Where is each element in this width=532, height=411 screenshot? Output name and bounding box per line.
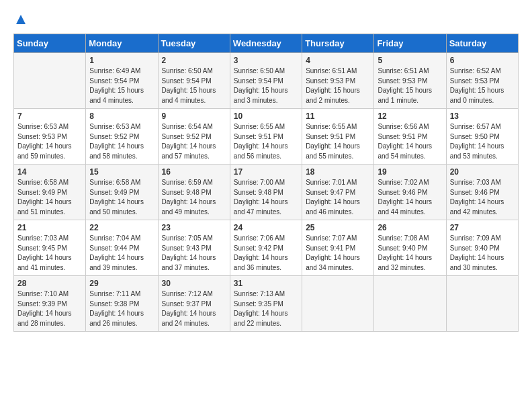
day-number: 29 [89, 279, 154, 288]
cell-info: Sunrise: 7:07 AMSunset: 9:41 PMDaylight:… [306, 234, 370, 273]
cell-info: Sunrise: 7:08 AMSunset: 9:40 PMDaylight:… [378, 234, 442, 273]
day-number: 6 [450, 56, 515, 65]
cell-info: Sunrise: 7:03 AMSunset: 9:45 PMDaylight:… [17, 234, 82, 273]
day-number: 15 [89, 167, 154, 177]
day-number: 13 [450, 111, 515, 121]
cell-info: Sunrise: 6:58 AMSunset: 9:49 PMDaylight:… [17, 178, 82, 217]
day-number: 7 [17, 111, 82, 121]
cell-info: Sunrise: 6:50 AMSunset: 9:54 PMDaylight:… [234, 66, 298, 105]
calendar-cell: 19Sunrise: 7:02 AMSunset: 9:46 PMDayligh… [374, 165, 446, 220]
calendar-cell: 15Sunrise: 6:58 AMSunset: 9:49 PMDayligh… [86, 165, 158, 220]
cell-info: Sunrise: 6:53 AMSunset: 9:52 PMDaylight:… [89, 122, 154, 161]
day-number: 17 [234, 167, 298, 177]
day-number: 30 [162, 279, 226, 288]
day-number: 8 [89, 111, 154, 121]
calendar-cell: 21Sunrise: 7:03 AMSunset: 9:45 PMDayligh… [14, 220, 86, 276]
day-number: 9 [162, 111, 226, 121]
cell-info: Sunrise: 7:12 AMSunset: 9:37 PMDaylight:… [162, 289, 226, 328]
week-row-5: 28Sunrise: 7:10 AMSunset: 9:39 PMDayligh… [14, 276, 519, 332]
calendar-cell: 24Sunrise: 7:06 AMSunset: 9:42 PMDayligh… [230, 220, 302, 276]
day-number: 11 [306, 111, 370, 121]
header-cell-monday: Monday [86, 34, 158, 53]
calendar-cell [446, 276, 518, 332]
header-cell-sunday: Sunday [14, 34, 86, 53]
day-number: 18 [306, 167, 370, 177]
calendar-cell: 23Sunrise: 7:05 AMSunset: 9:43 PMDayligh… [158, 220, 230, 276]
day-number: 24 [234, 223, 298, 232]
day-number: 20 [450, 167, 515, 177]
cell-info: Sunrise: 7:11 AMSunset: 9:38 PMDaylight:… [89, 289, 154, 328]
calendar-table: SundayMondayTuesdayWednesdayThursdayFrid… [13, 34, 519, 332]
calendar-cell [302, 276, 374, 332]
week-row-1: 1Sunrise: 6:49 AMSunset: 9:54 PMDaylight… [14, 53, 519, 109]
day-number: 23 [162, 223, 226, 232]
cell-info: Sunrise: 7:00 AMSunset: 9:48 PMDaylight:… [234, 178, 298, 217]
day-number: 12 [378, 111, 442, 121]
cell-info: Sunrise: 7:06 AMSunset: 9:42 PMDaylight:… [234, 234, 298, 273]
cell-info: Sunrise: 7:04 AMSunset: 9:44 PMDaylight:… [89, 234, 154, 273]
cell-info: Sunrise: 7:09 AMSunset: 9:40 PMDaylight:… [450, 234, 515, 273]
calendar-cell: 1Sunrise: 6:49 AMSunset: 9:54 PMDaylight… [86, 53, 158, 109]
week-row-4: 21Sunrise: 7:03 AMSunset: 9:45 PMDayligh… [14, 220, 519, 276]
calendar-cell: 17Sunrise: 7:00 AMSunset: 9:48 PMDayligh… [230, 165, 302, 220]
calendar-cell: 31Sunrise: 7:13 AMSunset: 9:35 PMDayligh… [230, 276, 302, 332]
day-number: 1 [89, 56, 154, 65]
calendar-cell: 20Sunrise: 7:03 AMSunset: 9:46 PMDayligh… [446, 165, 518, 220]
calendar-cell: 7Sunrise: 6:53 AMSunset: 9:53 PMDaylight… [14, 109, 86, 165]
calendar-cell [374, 276, 446, 332]
calendar-cell: 28Sunrise: 7:10 AMSunset: 9:39 PMDayligh… [14, 276, 86, 332]
cell-info: Sunrise: 7:05 AMSunset: 9:43 PMDaylight:… [162, 234, 226, 273]
calendar-cell: 3Sunrise: 6:50 AMSunset: 9:54 PMDaylight… [230, 53, 302, 109]
calendar-cell: 5Sunrise: 6:51 AMSunset: 9:53 PMDaylight… [374, 53, 446, 109]
day-number: 19 [378, 167, 442, 177]
cell-info: Sunrise: 6:52 AMSunset: 9:53 PMDaylight:… [450, 66, 515, 105]
cell-info: Sunrise: 6:53 AMSunset: 9:53 PMDaylight:… [17, 122, 82, 161]
cell-info: Sunrise: 6:58 AMSunset: 9:49 PMDaylight:… [89, 178, 154, 217]
calendar-cell: 6Sunrise: 6:52 AMSunset: 9:53 PMDaylight… [446, 53, 518, 109]
header-cell-saturday: Saturday [446, 34, 518, 53]
cell-info: Sunrise: 7:10 AMSunset: 9:39 PMDaylight:… [17, 289, 82, 328]
logo-icon [15, 13, 27, 26]
calendar-cell: 14Sunrise: 6:58 AMSunset: 9:49 PMDayligh… [14, 165, 86, 220]
day-number: 5 [378, 56, 442, 65]
calendar-cell: 11Sunrise: 6:55 AMSunset: 9:51 PMDayligh… [302, 109, 374, 165]
header-cell-friday: Friday [374, 34, 446, 53]
day-number: 10 [234, 111, 298, 121]
cell-info: Sunrise: 6:51 AMSunset: 9:53 PMDaylight:… [378, 66, 442, 105]
cell-info: Sunrise: 7:01 AMSunset: 9:47 PMDaylight:… [306, 178, 370, 217]
calendar-cell: 18Sunrise: 7:01 AMSunset: 9:47 PMDayligh… [302, 165, 374, 220]
calendar-cell: 30Sunrise: 7:12 AMSunset: 9:37 PMDayligh… [158, 276, 230, 332]
day-number: 22 [89, 223, 154, 232]
calendar-cell: 22Sunrise: 7:04 AMSunset: 9:44 PMDayligh… [86, 220, 158, 276]
header-row: SundayMondayTuesdayWednesdayThursdayFrid… [14, 34, 519, 53]
day-number: 4 [306, 56, 370, 65]
calendar-cell: 4Sunrise: 6:51 AMSunset: 9:53 PMDaylight… [302, 53, 374, 109]
calendar-cell: 9Sunrise: 6:54 AMSunset: 9:52 PMDaylight… [158, 109, 230, 165]
cell-info: Sunrise: 6:54 AMSunset: 9:52 PMDaylight:… [162, 122, 226, 161]
header [13, 13, 519, 28]
day-number: 31 [234, 279, 298, 288]
calendar-cell: 12Sunrise: 6:56 AMSunset: 9:51 PMDayligh… [374, 109, 446, 165]
week-row-2: 7Sunrise: 6:53 AMSunset: 9:53 PMDaylight… [14, 109, 519, 165]
cell-info: Sunrise: 7:02 AMSunset: 9:46 PMDaylight:… [378, 178, 442, 217]
cell-info: Sunrise: 7:13 AMSunset: 9:35 PMDaylight:… [234, 289, 298, 328]
cell-info: Sunrise: 6:51 AMSunset: 9:53 PMDaylight:… [306, 66, 370, 105]
day-number: 28 [17, 279, 82, 288]
day-number: 3 [234, 56, 298, 65]
calendar-cell: 10Sunrise: 6:55 AMSunset: 9:51 PMDayligh… [230, 109, 302, 165]
day-number: 26 [378, 223, 442, 232]
cell-info: Sunrise: 6:59 AMSunset: 9:48 PMDaylight:… [162, 178, 226, 217]
header-cell-thursday: Thursday [302, 34, 374, 53]
cell-info: Sunrise: 7:03 AMSunset: 9:46 PMDaylight:… [450, 178, 515, 217]
day-number: 27 [450, 223, 515, 232]
cell-info: Sunrise: 6:55 AMSunset: 9:51 PMDaylight:… [306, 122, 370, 161]
cell-info: Sunrise: 6:57 AMSunset: 9:50 PMDaylight:… [450, 122, 515, 161]
cell-info: Sunrise: 6:50 AMSunset: 9:54 PMDaylight:… [162, 66, 226, 105]
cell-info: Sunrise: 6:49 AMSunset: 9:54 PMDaylight:… [89, 66, 154, 105]
header-cell-wednesday: Wednesday [230, 34, 302, 53]
calendar-cell: 2Sunrise: 6:50 AMSunset: 9:54 PMDaylight… [158, 53, 230, 109]
day-number: 25 [306, 223, 370, 232]
calendar-cell: 29Sunrise: 7:11 AMSunset: 9:38 PMDayligh… [86, 276, 158, 332]
svg-marker-0 [16, 15, 26, 24]
day-number: 21 [17, 223, 82, 232]
